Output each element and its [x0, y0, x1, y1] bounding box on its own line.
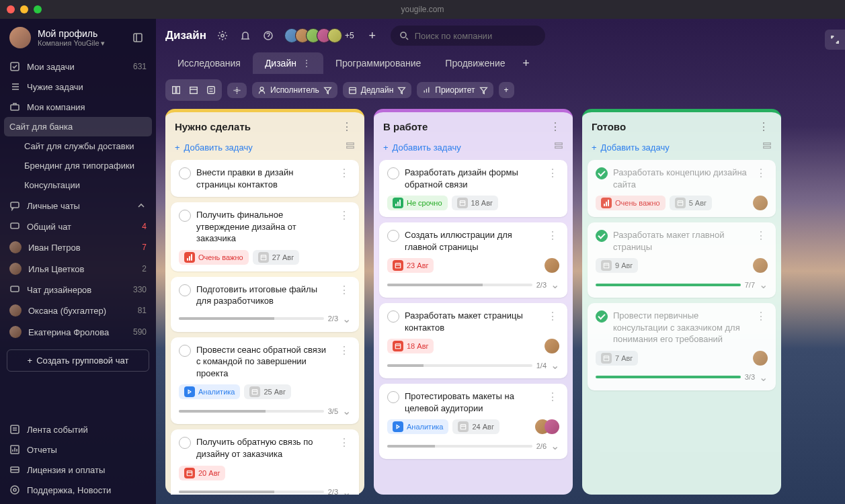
close-window-button[interactable]: [7, 5, 15, 13]
card-menu-button[interactable]: ⋮: [754, 229, 768, 253]
nav-others-tasks[interactable]: Чужие задачи: [0, 77, 156, 97]
view-switcher: [165, 79, 222, 101]
column-settings-button[interactable]: [346, 141, 355, 153]
chat-item[interactable]: Оксана (бухгалтер)81: [0, 300, 156, 321]
column-menu-button[interactable]: ⋮: [756, 119, 772, 134]
column-menu-button[interactable]: ⋮: [339, 119, 355, 134]
column-settings-button[interactable]: [554, 141, 563, 153]
chats-section-header[interactable]: Личные чаты: [0, 195, 156, 216]
task-checkbox[interactable]: [387, 167, 399, 179]
project-item[interactable]: Сайт для банка: [4, 117, 152, 136]
task-checkbox[interactable]: [179, 284, 191, 296]
member-avatars[interactable]: +5: [284, 28, 354, 43]
filter-deadline[interactable]: Дедлайн: [343, 82, 412, 98]
task-card[interactable]: Провести первичные консультации с заказч…: [588, 303, 776, 390]
chat-item[interactable]: Общий чат4: [0, 216, 156, 237]
card-menu-button[interactable]: ⋮: [754, 310, 768, 345]
project-item[interactable]: Сайт для службы доставки: [0, 136, 156, 156]
task-card[interactable]: Получить обратную связь по дизайну от за…: [171, 429, 359, 495]
card-menu-button[interactable]: ⋮: [546, 229, 559, 253]
maximize-window-button[interactable]: [34, 5, 42, 13]
project-item[interactable]: Консультации: [0, 175, 156, 195]
chat-item[interactable]: Екатерина Фролова590: [0, 321, 156, 343]
task-checkbox[interactable]: [387, 230, 399, 242]
profile-section[interactable]: Мой профиль Компания YouGile▾: [0, 19, 156, 56]
add-tab-button[interactable]: +: [518, 54, 535, 72]
minimize-window-button[interactable]: [20, 5, 28, 13]
nav-my-tasks[interactable]: Мои задачи 631: [0, 56, 156, 77]
create-group-chat-button[interactable]: + Создать групповой чат: [7, 349, 149, 372]
board-tab[interactable]: Дизайн⋮: [253, 52, 323, 74]
list-view-button[interactable]: [202, 81, 220, 99]
nav-help[interactable]: Поддержка, Новости: [0, 480, 156, 500]
filter-settings-button[interactable]: [227, 83, 247, 98]
task-checkbox[interactable]: [596, 167, 608, 179]
task-card[interactable]: Разработать дизайн формы обратной связи …: [379, 160, 567, 217]
expand-button[interactable]: [825, 30, 845, 50]
filter-assignee[interactable]: Исполнитель: [252, 82, 337, 98]
chat-item[interactable]: Иван Петров7: [0, 237, 156, 258]
card-menu-button[interactable]: ⋮: [337, 209, 351, 245]
add-task-button[interactable]: +Добавить задачу: [175, 142, 340, 153]
board-tab[interactable]: Программирование: [323, 52, 433, 74]
search-input[interactable]: [415, 31, 537, 41]
task-checkbox[interactable]: [387, 391, 399, 403]
task-checkbox[interactable]: [179, 210, 191, 222]
nav-license[interactable]: Лицензия и оплаты: [0, 460, 156, 480]
nav-report[interactable]: Отчеты: [0, 439, 156, 460]
card-menu-button[interactable]: ⋮: [546, 390, 559, 414]
task-checkbox[interactable]: [179, 167, 191, 179]
task-checkbox[interactable]: [387, 310, 399, 323]
settings-icon[interactable]: [216, 29, 229, 42]
tab-menu-icon[interactable]: ⋮: [302, 58, 311, 69]
task-card[interactable]: Подготовить итоговые файлы для разработч…: [171, 277, 359, 332]
chat-item[interactable]: Илья Цветков2: [0, 258, 156, 280]
calendar-view-button[interactable]: [185, 81, 202, 99]
filter-priority[interactable]: Приоритет: [417, 82, 493, 98]
card-menu-button[interactable]: ⋮: [546, 310, 559, 333]
card-menu-button[interactable]: ⋮: [337, 344, 351, 380]
chevron-down-icon[interactable]: ⌄: [759, 278, 768, 291]
card-menu-button[interactable]: ⋮: [754, 167, 768, 190]
bell-icon[interactable]: [239, 29, 252, 42]
chevron-down-icon[interactable]: ⌄: [759, 371, 768, 384]
nav-feed[interactable]: Лента событий: [0, 419, 156, 439]
nav-my-company[interactable]: Моя компания: [0, 97, 156, 117]
task-card[interactable]: Разработать макет страницы контактов ⋮ 1…: [379, 303, 567, 378]
chevron-down-icon[interactable]: ⌄: [342, 405, 351, 417]
help-icon[interactable]: [261, 29, 275, 42]
board-tab[interactable]: Исследования: [165, 52, 253, 74]
card-menu-button[interactable]: ⋮: [546, 167, 559, 190]
task-card[interactable]: Разработать макет главной страницы ⋮ 9 А…: [588, 222, 776, 298]
card-menu-button[interactable]: ⋮: [337, 167, 351, 190]
task-card[interactable]: Получить финальное утверждение дизайна о…: [171, 202, 359, 271]
add-filter-button[interactable]: +: [499, 82, 514, 98]
project-item[interactable]: Брендинг для типографики: [0, 156, 156, 175]
column-menu-button[interactable]: ⋮: [547, 119, 563, 134]
task-card[interactable]: Разработать концепцию дизайна сайта ⋮ Оч…: [588, 160, 776, 217]
task-card[interactable]: Внести правки в дизайн страницы контакто…: [171, 160, 359, 197]
task-card[interactable]: Провести сеанс обратной связи с командой…: [171, 337, 359, 425]
chevron-down-icon[interactable]: ⌄: [342, 312, 351, 325]
chat-item[interactable]: Чат дизайнеров330: [0, 280, 156, 300]
chevron-down-icon[interactable]: ⌄: [342, 486, 351, 495]
task-checkbox[interactable]: [596, 230, 608, 242]
chevron-down-icon[interactable]: ⌄: [551, 359, 559, 372]
task-checkbox[interactable]: [179, 345, 191, 357]
column-settings-button[interactable]: [762, 141, 772, 153]
task-card[interactable]: Создать иллюстрации для главной страницы…: [379, 222, 567, 298]
add-task-button[interactable]: +Добавить задачу: [383, 142, 549, 153]
panel-toggle-button[interactable]: [129, 29, 147, 46]
task-card[interactable]: Протестировать макеты на целевой аудитор…: [379, 384, 567, 459]
task-checkbox[interactable]: [596, 310, 608, 323]
add-task-button[interactable]: +Добавить задачу: [592, 142, 757, 153]
card-menu-button[interactable]: ⋮: [337, 436, 351, 460]
chevron-down-icon[interactable]: ⌄: [551, 278, 559, 291]
add-member-button[interactable]: +: [364, 27, 381, 44]
search-box[interactable]: [391, 26, 545, 46]
board-tab[interactable]: Продвижение: [433, 52, 517, 74]
chevron-down-icon[interactable]: ⌄: [551, 439, 559, 452]
card-menu-button[interactable]: ⋮: [337, 284, 351, 307]
board-view-button[interactable]: [167, 81, 185, 99]
task-checkbox[interactable]: [179, 437, 191, 449]
